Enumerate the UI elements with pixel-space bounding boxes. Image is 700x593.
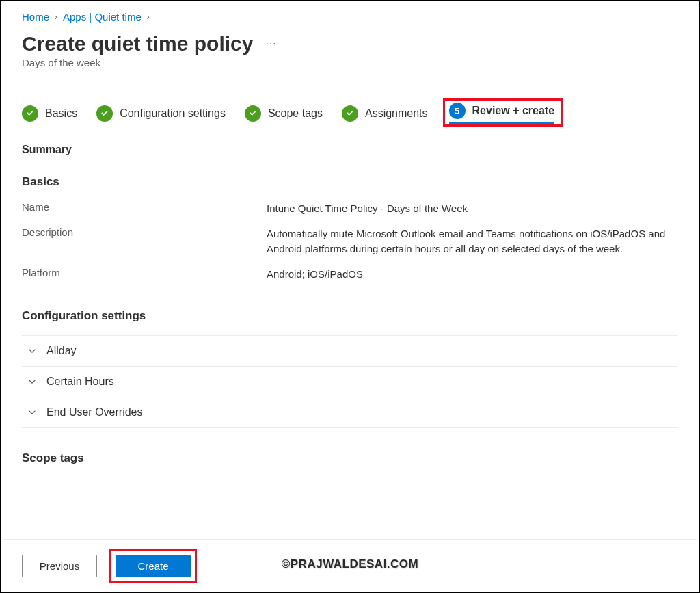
field-name: Name Intune Quiet Time Policy - Days of …	[22, 201, 678, 217]
configuration-heading: Configuration settings	[22, 309, 678, 323]
summary-heading: Summary	[22, 144, 678, 156]
check-icon	[96, 105, 113, 122]
check-icon	[22, 105, 38, 122]
highlight-annotation: Create	[109, 549, 197, 583]
chevron-down-icon	[27, 346, 37, 356]
accordion-end-user-overrides[interactable]: End User Overrides	[22, 397, 678, 428]
previous-button[interactable]: Previous	[22, 555, 97, 577]
wizard-step-configuration[interactable]: Configuration settings	[96, 105, 226, 122]
breadcrumb-home[interactable]: Home	[22, 11, 49, 23]
field-description: Description Automatically mute Microsoft…	[22, 226, 678, 257]
footer-action-bar: Previous Create	[3, 539, 697, 592]
create-button[interactable]: Create	[116, 555, 191, 577]
chevron-down-icon	[27, 408, 37, 417]
page-subtitle: Days of the week	[22, 57, 678, 68]
wizard-step-review-create[interactable]: 5 Review + create	[449, 103, 555, 124]
field-platform: Platform Android; iOS/iPadOS	[22, 267, 678, 282]
field-value: Android; iOS/iPadOS	[267, 267, 363, 282]
accordion-label: Certain Hours	[46, 375, 114, 388]
accordion-label: Allday	[46, 345, 77, 357]
basics-heading: Basics	[22, 175, 678, 189]
page-title: Create quiet time policy	[22, 32, 253, 55]
field-label: Platform	[22, 267, 267, 282]
wizard-step-assignments[interactable]: Assignments	[342, 105, 428, 122]
field-value: Automatically mute Microsoft Outlook ema…	[267, 226, 678, 257]
step-number-icon: 5	[449, 103, 466, 119]
chevron-down-icon	[27, 377, 37, 386]
wizard-step-label: Review + create	[472, 105, 555, 117]
chevron-right-icon: ›	[147, 12, 150, 22]
scope-tags-heading: Scope tags	[22, 451, 678, 465]
wizard-step-scope-tags[interactable]: Scope tags	[245, 105, 323, 122]
field-label: Name	[22, 201, 267, 217]
wizard-step-label: Assignments	[365, 107, 428, 120]
field-value: Intune Quiet Time Policy - Days of the W…	[267, 201, 468, 217]
field-label: Description	[22, 226, 267, 257]
check-icon	[245, 105, 261, 122]
breadcrumb-apps-quiet-time[interactable]: Apps | Quiet time	[63, 11, 142, 23]
breadcrumb: Home › Apps | Quiet time ›	[22, 11, 678, 23]
accordion-list: Allday Certain Hours End User Overrides	[22, 335, 678, 428]
check-icon	[342, 105, 358, 122]
wizard-step-basics[interactable]: Basics	[22, 105, 77, 122]
accordion-certain-hours[interactable]: Certain Hours	[22, 366, 678, 397]
wizard-step-label: Scope tags	[268, 107, 323, 120]
wizard-step-label: Basics	[45, 107, 77, 120]
wizard-steps: Basics Configuration settings Scope tags…	[22, 103, 678, 124]
more-icon[interactable]: ···	[265, 38, 276, 50]
wizard-step-label: Configuration settings	[120, 107, 226, 120]
accordion-allday[interactable]: Allday	[22, 335, 678, 366]
chevron-right-icon: ›	[55, 12, 57, 22]
page-header: Create quiet time policy ···	[22, 32, 678, 55]
accordion-label: End User Overrides	[46, 406, 143, 419]
highlight-annotation: 5 Review + create	[443, 98, 564, 127]
